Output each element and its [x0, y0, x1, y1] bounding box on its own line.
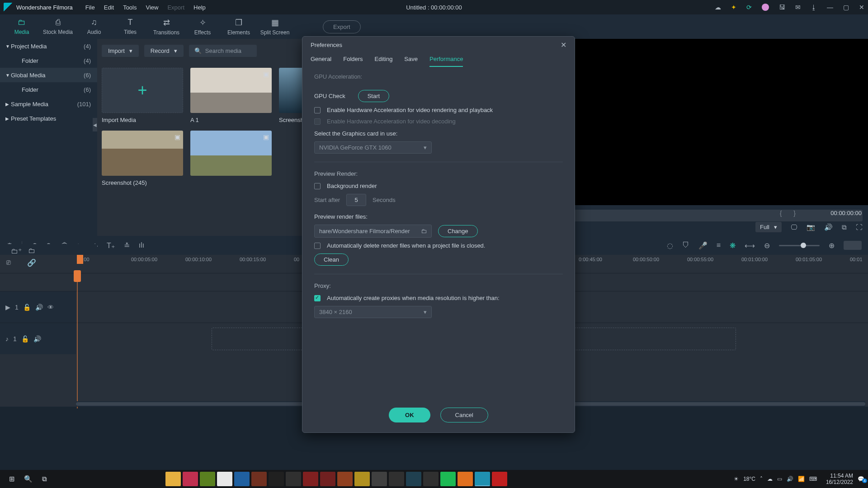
taskbar-app[interactable] — [165, 472, 181, 486]
tips-icon[interactable]: ✦ — [731, 4, 736, 11]
mail-icon[interactable]: ✉ — [795, 4, 801, 11]
mute-icon[interactable]: 🔊 — [33, 335, 41, 343]
auto-proxy-checkbox[interactable] — [314, 295, 321, 301]
search-media-input[interactable]: 🔍Search media — [189, 45, 257, 57]
export-button[interactable]: Export — [323, 20, 361, 33]
media-thumb[interactable]: ▣ Screenshot (245) — [102, 131, 183, 186]
taskbar-app[interactable] — [251, 472, 267, 486]
render-path-input[interactable]: hare/Wondershare Filmora/Render🗀 — [314, 225, 432, 238]
taskbar-app[interactable] — [440, 472, 456, 486]
menu-edit[interactable]: Edit — [104, 4, 114, 11]
media-thumb[interactable]: ▣ — [190, 131, 272, 186]
cloud-icon[interactable]: ☁ — [715, 4, 721, 11]
render-icon[interactable]: ◌ — [667, 241, 673, 250]
close-button[interactable]: ✕ — [859, 4, 864, 11]
weather-icon[interactable]: ☀ — [734, 476, 739, 482]
import-dropdown[interactable]: Import▾ — [102, 45, 139, 57]
save-icon[interactable]: 🖫 — [779, 4, 785, 11]
menu-view[interactable]: View — [146, 4, 158, 11]
tab-split-screen[interactable]: ▦Split Screen — [259, 18, 291, 36]
taskbar-app[interactable] — [217, 472, 232, 486]
playhead-handle[interactable] — [74, 270, 81, 282]
detach-icon[interactable]: ⧉ — [842, 223, 847, 231]
preview-quality-dropdown[interactable]: Full▾ — [755, 222, 782, 232]
volume-icon[interactable]: 🔊 — [824, 223, 833, 231]
taskbar-app[interactable] — [337, 472, 353, 486]
headset-icon[interactable]: ⟳ — [746, 4, 752, 11]
cancel-button[interactable]: Cancel — [440, 408, 488, 422]
clean-button[interactable]: Clean — [314, 253, 349, 266]
taskbar-app[interactable] — [320, 472, 335, 486]
zoom-slider[interactable] — [779, 245, 820, 246]
start-after-value[interactable]: 5 — [346, 194, 366, 206]
language-icon[interactable]: ⌨ — [809, 476, 817, 482]
taskbar-app[interactable] — [354, 472, 370, 486]
gpu-start-button[interactable]: Start — [358, 90, 389, 102]
close-dialog-button[interactable]: ✕ — [561, 41, 566, 49]
background-render-checkbox[interactable] — [314, 183, 321, 189]
taskbar-app[interactable] — [389, 472, 404, 486]
snapshot-icon[interactable]: 📷 — [807, 223, 815, 231]
search-button[interactable]: 🔍 — [20, 472, 36, 486]
start-button[interactable]: ⊞ — [4, 472, 20, 486]
menu-export[interactable]: Export — [167, 4, 184, 11]
menu-file[interactable]: File — [85, 4, 95, 11]
sidebar-item-folder[interactable]: Folder(6) — [0, 82, 97, 97]
taskbar-app[interactable] — [406, 472, 421, 486]
taskbar-app[interactable] — [269, 472, 284, 486]
download-icon[interactable]: ⭳ — [811, 4, 817, 11]
taskbar-app[interactable] — [286, 472, 301, 486]
zoom-in-icon[interactable]: ⊕ — [829, 241, 835, 250]
tab-transitions[interactable]: ⇄Transitions — [150, 18, 183, 36]
prefs-tab-editing[interactable]: Editing — [375, 56, 393, 67]
volume-tray-icon[interactable]: 🔊 — [787, 476, 793, 482]
clock[interactable]: 11:54 AM 16/12/2022 — [826, 473, 853, 486]
mark-out-icon[interactable]: } — [793, 210, 796, 217]
menu-tools[interactable]: Tools — [123, 4, 137, 11]
taskbar-app[interactable] — [458, 472, 473, 486]
tab-titles[interactable]: TTitles — [114, 18, 146, 36]
wifi-icon[interactable]: 📶 — [798, 476, 805, 482]
view-toggle[interactable] — [844, 241, 862, 250]
playhead-flag[interactable] — [77, 255, 83, 264]
taskbar-app[interactable] — [303, 472, 318, 486]
shield-icon[interactable]: ⛉ — [682, 241, 689, 249]
prefs-tab-general[interactable]: General — [311, 56, 331, 67]
folder-icon[interactable]: 🗀 — [28, 247, 35, 255]
taskbar-app[interactable] — [234, 472, 250, 486]
gpu-select[interactable]: NVIDIA GeForce GTX 1060▾ — [314, 141, 432, 154]
tab-stock-media[interactable]: ⎙Stock Media — [42, 18, 74, 36]
proxy-resolution-select[interactable]: 3840 × 2160▾ — [314, 306, 432, 318]
audio-tool-icon[interactable]: ılı — [139, 241, 144, 249]
sidebar-item-sample-media[interactable]: ▶Sample Media(101) — [0, 97, 97, 111]
maximize-button[interactable]: ▢ — [843, 4, 849, 11]
auto-delete-checkbox[interactable] — [314, 243, 321, 249]
monitor-icon[interactable]: 🖵 — [791, 223, 797, 231]
marker-icon[interactable]: ❋ — [730, 241, 736, 250]
text-tool-icon[interactable]: T₊ — [107, 241, 115, 250]
collapse-sidebar-handle[interactable]: ◀ — [93, 118, 97, 131]
expand-icon[interactable]: ⛶ — [856, 223, 863, 231]
menu-help[interactable]: Help — [193, 4, 206, 11]
battery-icon[interactable]: ▭ — [777, 476, 782, 482]
adjust-icon[interactable]: ≛ — [124, 241, 130, 250]
prefs-tab-performance[interactable]: Performance — [429, 56, 463, 67]
sidebar-item-preset-templates[interactable]: ▶Preset Templates — [0, 111, 97, 126]
zoom-out-icon[interactable]: ⊖ — [764, 241, 770, 250]
lock-icon[interactable]: 🔓 — [23, 304, 31, 311]
taskbar-app[interactable] — [183, 472, 198, 486]
notifications-icon[interactable]: 💬4 — [858, 476, 864, 482]
change-path-button[interactable]: Change — [438, 225, 478, 237]
sidebar-item-global-media[interactable]: ▼Global Media(6) — [0, 68, 97, 82]
weather-temp[interactable]: 18°C — [743, 476, 755, 482]
mixer-icon[interactable]: ≡ — [717, 241, 721, 249]
record-dropdown[interactable]: Record▾ — [144, 45, 184, 57]
mark-in-icon[interactable]: { — [780, 210, 782, 217]
link-icon[interactable]: 🔗 — [27, 258, 36, 267]
avatar-icon[interactable] — [762, 4, 769, 11]
taskbar-app[interactable] — [475, 472, 490, 486]
taskbar-app[interactable] — [200, 472, 215, 486]
sidebar-item-project-media[interactable]: ▼Project Media(4) — [0, 39, 97, 53]
task-view-button[interactable]: ⧉ — [36, 472, 52, 486]
mic-icon[interactable]: 🎤 — [698, 241, 708, 250]
